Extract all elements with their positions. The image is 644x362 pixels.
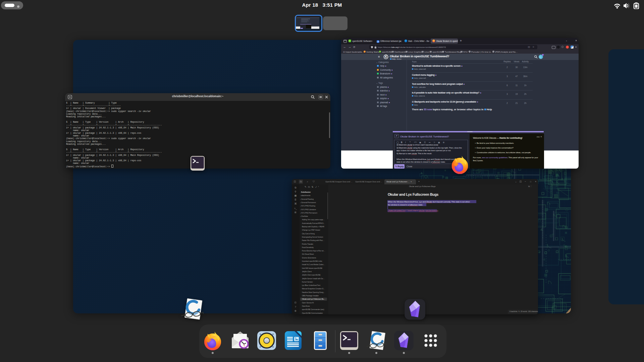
svg-text:K: K xyxy=(385,55,387,59)
